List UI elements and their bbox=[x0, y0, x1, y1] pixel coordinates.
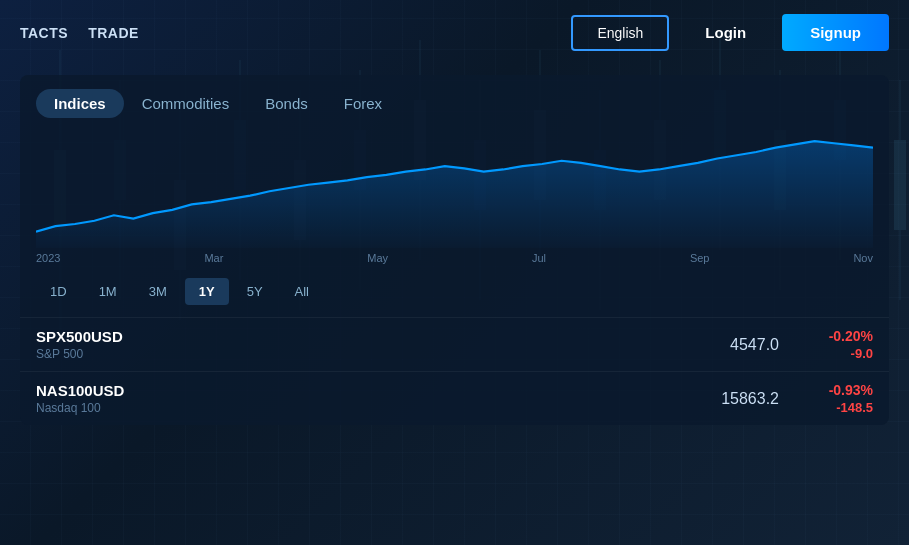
x-label-nov: Nov bbox=[853, 252, 873, 264]
line-chart bbox=[36, 128, 873, 248]
market-info-spx: SPX500USD S&P 500 bbox=[36, 328, 730, 361]
market-change-nas: -0.93% -148.5 bbox=[803, 382, 873, 415]
market-card: Indices Commodities Bonds Forex bbox=[20, 75, 889, 425]
language-button[interactable]: English bbox=[571, 15, 669, 51]
tab-bonds[interactable]: Bonds bbox=[247, 89, 326, 118]
time-range-container: 1D 1M 3M 1Y 5Y All bbox=[20, 272, 889, 317]
time-btn-1m[interactable]: 1M bbox=[85, 278, 131, 305]
chart-area-fill bbox=[36, 141, 873, 248]
tabs-container: Indices Commodities Bonds Forex bbox=[20, 75, 889, 128]
main-content: Indices Commodities Bonds Forex bbox=[0, 65, 909, 425]
market-row-spx[interactable]: SPX500USD S&P 500 4547.0 -0.20% -9.0 bbox=[20, 317, 889, 371]
x-label-sep: Sep bbox=[690, 252, 710, 264]
x-label-2023: 2023 bbox=[36, 252, 60, 264]
market-info-nas: NAS100USD Nasdaq 100 bbox=[36, 382, 721, 415]
x-axis: 2023 Mar May Jul Sep Nov bbox=[20, 248, 889, 272]
market-symbol-nas: NAS100USD bbox=[36, 382, 721, 399]
login-button[interactable]: Login bbox=[689, 16, 762, 49]
time-btn-3m[interactable]: 3M bbox=[135, 278, 181, 305]
navbar: TACTS TRADE English Login Signup bbox=[0, 0, 909, 65]
market-name-spx: S&P 500 bbox=[36, 347, 730, 361]
time-btn-5y[interactable]: 5Y bbox=[233, 278, 277, 305]
nav-tacts[interactable]: TACTS bbox=[20, 25, 68, 41]
market-change-spx: -0.20% -9.0 bbox=[803, 328, 873, 361]
signup-button[interactable]: Signup bbox=[782, 14, 889, 51]
market-row-nas[interactable]: NAS100USD Nasdaq 100 15863.2 -0.93% -148… bbox=[20, 371, 889, 425]
market-name-nas: Nasdaq 100 bbox=[36, 401, 721, 415]
market-price-spx: 4547.0 bbox=[730, 336, 779, 354]
x-label-jul: Jul bbox=[532, 252, 546, 264]
change-abs-spx: -9.0 bbox=[803, 346, 873, 361]
x-label-mar: Mar bbox=[204, 252, 223, 264]
change-abs-nas: -148.5 bbox=[803, 400, 873, 415]
market-price-nas: 15863.2 bbox=[721, 390, 779, 408]
change-pct-spx: -0.20% bbox=[803, 328, 873, 344]
time-btn-all[interactable]: All bbox=[281, 278, 323, 305]
tab-indices[interactable]: Indices bbox=[36, 89, 124, 118]
change-pct-nas: -0.93% bbox=[803, 382, 873, 398]
tab-forex[interactable]: Forex bbox=[326, 89, 400, 118]
time-btn-1y[interactable]: 1Y bbox=[185, 278, 229, 305]
market-symbol-spx: SPX500USD bbox=[36, 328, 730, 345]
nav-trade[interactable]: TRADE bbox=[88, 25, 139, 41]
chart-area bbox=[20, 128, 889, 248]
tab-commodities[interactable]: Commodities bbox=[124, 89, 248, 118]
time-btn-1d[interactable]: 1D bbox=[36, 278, 81, 305]
x-label-may: May bbox=[367, 252, 388, 264]
